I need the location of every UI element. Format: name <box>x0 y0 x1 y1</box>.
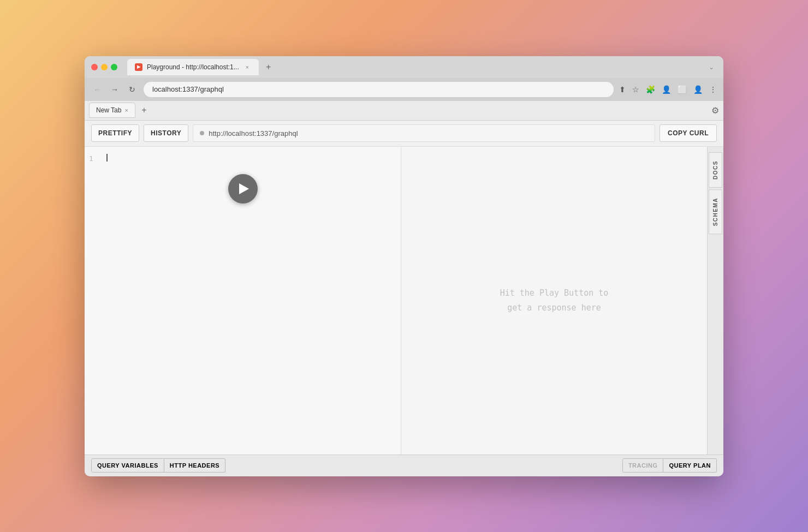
address-input[interactable] <box>144 82 614 97</box>
new-tab-button[interactable]: + <box>261 59 276 75</box>
account-icon[interactable]: 👤 <box>693 85 703 94</box>
response-pane: Hit the Play Button to get a response he… <box>401 147 707 455</box>
minimize-button[interactable] <box>101 64 108 70</box>
endpoint-dot <box>200 131 204 135</box>
query-plan-button[interactable]: QUERY PLAN <box>663 458 717 473</box>
bottom-bar: QUERY VARIABLES HTTP HEADERS TRACING QUE… <box>85 455 723 476</box>
response-line-2: get a response here <box>507 303 601 313</box>
history-button[interactable]: HISTORY <box>144 124 188 142</box>
tracing-button[interactable]: TRACING <box>622 458 664 473</box>
main-content: 1 Hit the Play Button to get a response … <box>85 147 723 455</box>
copy-curl-button[interactable]: COPY CURL <box>660 124 717 142</box>
editor-pane[interactable]: 1 <box>85 147 401 455</box>
split-view-icon[interactable]: ⬜ <box>678 85 687 94</box>
play-button-container <box>228 174 258 204</box>
prettify-button[interactable]: PRETTIFY <box>91 124 139 142</box>
query-variables-button[interactable]: QUERY VARIABLES <box>91 458 164 473</box>
title-bar: ▶ Playground - http://localhost:1... × +… <box>85 56 723 78</box>
menu-icon[interactable]: ⋮ <box>709 85 717 94</box>
schema-tab[interactable]: SCHEMA <box>709 189 722 234</box>
line-number-1: 1 <box>89 154 93 163</box>
close-button[interactable] <box>91 64 98 70</box>
endpoint-url: http://localhost:1337/graphql <box>209 129 298 138</box>
tab-title: Playground - http://localhost:1... <box>147 63 239 71</box>
right-sidebar: DOCS SCHEMA <box>707 147 723 455</box>
browser-tab[interactable]: ▶ Playground - http://localhost:1... × <box>127 59 259 75</box>
bookmark-icon[interactable]: ☆ <box>632 85 639 94</box>
docs-tab[interactable]: DOCS <box>709 152 722 188</box>
browser-toolbar-icons: ⬆ ☆ 🧩 👤 ⬜ 👤 ⋮ <box>619 85 717 94</box>
tab-close-icon[interactable]: × <box>243 63 251 71</box>
share-icon[interactable]: ⬆ <box>619 85 626 94</box>
add-inner-tab-button[interactable]: + <box>138 104 151 117</box>
tab-area: ▶ Playground - http://localhost:1... × + <box>127 59 702 75</box>
window-controls: ⌄ <box>706 62 717 73</box>
back-button[interactable]: ← <box>91 83 103 95</box>
address-bar: ← → ↻ ⬆ ☆ 🧩 👤 ⬜ 👤 ⋮ <box>85 78 723 101</box>
inner-tab-bar: New Tab × + ⚙ <box>85 101 723 121</box>
play-icon <box>239 183 249 194</box>
inner-tab-label: New Tab <box>96 106 121 114</box>
toolbar-row: PRETTIFY HISTORY http://localhost:1337/g… <box>85 121 723 147</box>
profile-icon[interactable]: 👤 <box>662 85 671 94</box>
maximize-button[interactable] <box>111 64 117 70</box>
reload-button[interactable]: ↻ <box>126 83 138 95</box>
line-numbers: 1 <box>85 147 104 171</box>
traffic-lights <box>91 64 117 70</box>
inner-tab-close-icon[interactable]: × <box>124 107 128 113</box>
http-headers-button[interactable]: HTTP HEADERS <box>164 458 225 473</box>
browser-window: ▶ Playground - http://localhost:1... × +… <box>85 56 723 476</box>
bottom-right: TRACING QUERY PLAN <box>622 458 717 473</box>
inner-tab-new[interactable]: New Tab × <box>89 103 135 118</box>
response-placeholder: Hit the Play Button to get a response he… <box>500 286 609 315</box>
settings-icon[interactable]: ⚙ <box>711 105 719 116</box>
tab-favicon: ▶ <box>135 63 142 71</box>
extensions-icon[interactable]: 🧩 <box>646 85 655 94</box>
forward-button[interactable]: → <box>109 83 121 95</box>
response-line-1: Hit the Play Button to <box>500 288 609 298</box>
endpoint-display: http://localhost:1337/graphql <box>193 124 655 142</box>
play-button[interactable] <box>228 174 258 204</box>
editor-cursor <box>106 154 108 162</box>
editor-content[interactable] <box>85 147 401 169</box>
